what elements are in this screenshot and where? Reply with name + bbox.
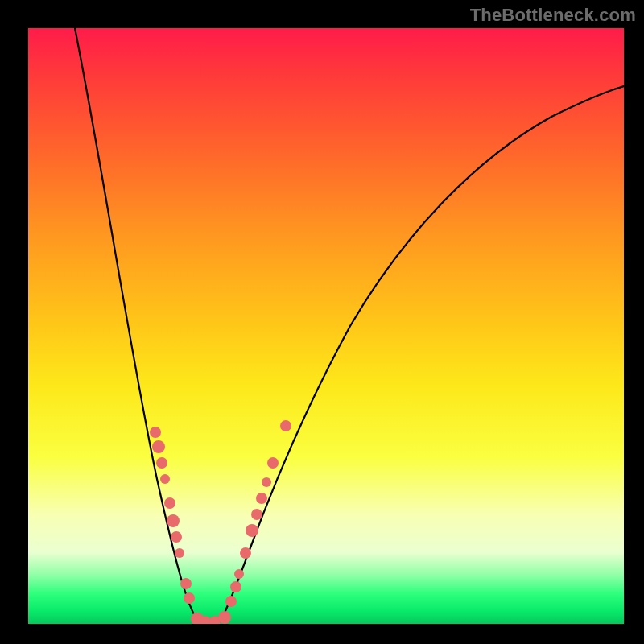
data-marker (218, 611, 231, 624)
data-marker (280, 420, 291, 431)
data-marker (230, 581, 242, 592)
data-marker (171, 531, 182, 543)
markers-left (150, 427, 195, 604)
data-marker (156, 457, 167, 469)
data-marker (262, 477, 271, 487)
data-marker (267, 457, 279, 469)
data-marker (251, 509, 262, 520)
chart-frame: TheBottleneck.com (0, 0, 644, 644)
markers-bottom (191, 611, 231, 624)
curve-right (220, 86, 624, 622)
data-marker (225, 596, 237, 607)
data-marker (150, 427, 161, 438)
data-marker (164, 497, 175, 509)
curve-svg (28, 28, 624, 624)
data-marker (240, 547, 251, 559)
data-marker (246, 524, 258, 537)
plot-area (28, 28, 624, 624)
data-marker (256, 493, 267, 504)
markers-right (225, 420, 291, 607)
data-marker (184, 592, 195, 604)
data-marker (175, 548, 184, 558)
data-marker (152, 440, 165, 453)
data-marker (167, 514, 180, 527)
data-marker (234, 569, 244, 579)
watermark-text: TheBottleneck.com (470, 5, 636, 26)
data-marker (180, 578, 192, 589)
data-marker (160, 474, 170, 484)
